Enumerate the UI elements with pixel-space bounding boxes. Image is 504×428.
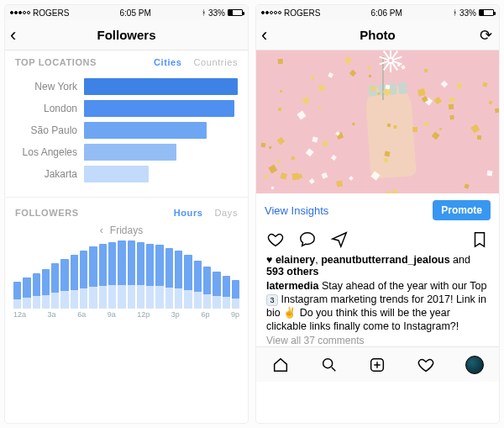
location-bar-row: New York (15, 76, 238, 98)
battery-icon (479, 9, 494, 16)
bluetooth-icon: ᚼ (202, 8, 206, 17)
followers-hours-header: FOLLOWERS Hours Days (5, 201, 248, 221)
likes-others[interactable]: 593 others (266, 266, 319, 277)
tab-days[interactable]: Days (215, 208, 238, 218)
hour-tick: 12p (137, 310, 150, 319)
hour-bar (80, 251, 87, 309)
location-bar-row: Jakarta (15, 163, 238, 185)
location-name: Jakarta (15, 168, 84, 180)
clock: 6:05 PM (120, 8, 151, 18)
status-bar: ROGERS 6:06 PM ᚼ 33% (256, 5, 499, 20)
refresh-icon[interactable]: ⟳ (480, 26, 492, 45)
hour-bar (118, 240, 125, 309)
home-icon[interactable] (271, 356, 290, 374)
share-plane-icon[interactable] (330, 230, 349, 249)
battery-pct: 33% (459, 8, 476, 18)
day-prev-chevron-icon[interactable]: ‹ (100, 225, 103, 236)
peace-emoji: ✌ (283, 307, 297, 319)
hour-bar (71, 255, 78, 309)
hour-bar (155, 245, 163, 309)
hour-bar (203, 267, 211, 309)
section-divider (5, 197, 248, 198)
location-name: New York (15, 81, 84, 92)
hour-bar (13, 282, 21, 309)
tab-countries[interactable]: Countries (194, 57, 238, 67)
hour-bar (223, 276, 230, 309)
search-icon[interactable] (320, 356, 339, 374)
tab-hours[interactable]: Hours (174, 208, 203, 218)
location-bar (84, 144, 176, 161)
bluetooth-icon: ᚼ (453, 8, 457, 17)
bookmark-icon[interactable] (470, 230, 489, 249)
page-title: Followers (97, 28, 155, 42)
location-bar (84, 166, 149, 182)
keycap-3-emoji: 3 (266, 294, 278, 306)
location-bar-row: São Paulo (15, 119, 238, 141)
status-bar: ROGERS 6:05 PM ᚼ 33% (5, 5, 248, 20)
followers-label: FOLLOWERS (15, 208, 79, 218)
hour-tick: 3p (171, 310, 180, 319)
signal-dots-icon (261, 11, 281, 14)
likes-user1[interactable]: elainery (276, 254, 315, 266)
clock: 6:06 PM (371, 8, 402, 18)
phone-photo: ROGERS 6:06 PM ᚼ 33% ‹ Photo ⟳ View Insi… (256, 5, 499, 423)
insights-row: View Insights Promote (256, 193, 499, 227)
signal-dots-icon (10, 11, 30, 14)
location-bar-row: Los Angeles (15, 141, 238, 163)
post-caption: latermedia Stay ahead of the year with o… (256, 277, 499, 333)
post-photo[interactable] (256, 50, 499, 193)
spark-graphic (378, 55, 403, 80)
like-heart-icon[interactable] (266, 230, 285, 249)
tab-cities[interactable]: Cities (154, 57, 182, 67)
post-action-row (256, 227, 499, 251)
likes-line[interactable]: ♥ elainery, peanutbutterrand_jealous and… (256, 251, 499, 277)
view-all-comments-link[interactable]: View all 37 comments (256, 333, 499, 346)
hour-tick: 9p (231, 310, 239, 319)
hour-bar (99, 244, 107, 309)
view-insights-link[interactable]: View Insights (265, 204, 328, 217)
hour-bar (165, 248, 173, 309)
hour-tick: 3a (48, 310, 56, 319)
location-name: Los Angeles (15, 146, 84, 158)
hour-bar (33, 273, 40, 309)
followers-hours-chart: 12a3a6a9a12p3p6p9p (5, 238, 248, 327)
day-selector: ‹ Fridays › (5, 221, 248, 238)
phone-followers: ROGERS 6:05 PM ᚼ 33% ‹ Followers TOP LOC… (5, 5, 248, 423)
page-title: Photo (360, 28, 396, 42)
top-locations-label: TOP LOCATIONS (15, 57, 97, 67)
hour-bar (42, 269, 50, 309)
day-label: Fridays (110, 225, 143, 236)
activity-heart-icon[interactable] (417, 356, 435, 374)
back-chevron-icon[interactable]: ‹ (261, 24, 267, 46)
caption-username[interactable]: latermedia (266, 280, 319, 292)
hour-bar (51, 263, 59, 309)
comment-bubble-icon[interactable] (298, 230, 317, 249)
hour-bar (184, 255, 192, 309)
hour-tick: 12a (13, 310, 26, 319)
location-bar (84, 100, 234, 117)
location-bar-row: London (15, 98, 238, 119)
hour-tick: 9a (108, 310, 116, 319)
top-locations-chart: New YorkLondonSão PauloLos AngelesJakart… (5, 71, 248, 193)
hour-bar (60, 259, 68, 309)
location-name: London (15, 103, 84, 114)
carrier-label: ROGERS (33, 8, 69, 18)
battery-icon (228, 9, 243, 16)
back-chevron-icon[interactable]: ‹ (10, 24, 16, 46)
hour-tick: 6p (201, 310, 209, 319)
nav-bar: ‹ Photo ⟳ (256, 20, 499, 50)
hour-bar (137, 242, 144, 309)
location-bar (84, 122, 207, 139)
hour-bar (108, 242, 116, 309)
likes-user2[interactable]: peanutbutterrand_jealous (321, 254, 450, 266)
battery-pct: 33% (208, 8, 225, 18)
hand-graphic (365, 83, 417, 178)
hour-bar (232, 280, 239, 309)
hour-bar (89, 246, 97, 309)
promote-button[interactable]: Promote (433, 200, 491, 220)
profile-avatar[interactable] (465, 356, 484, 374)
new-post-icon[interactable] (368, 356, 386, 374)
top-locations-header: TOP LOCATIONS Cities Countries (5, 50, 248, 71)
bottom-tab-bar (256, 346, 499, 382)
hour-bar (23, 277, 30, 309)
